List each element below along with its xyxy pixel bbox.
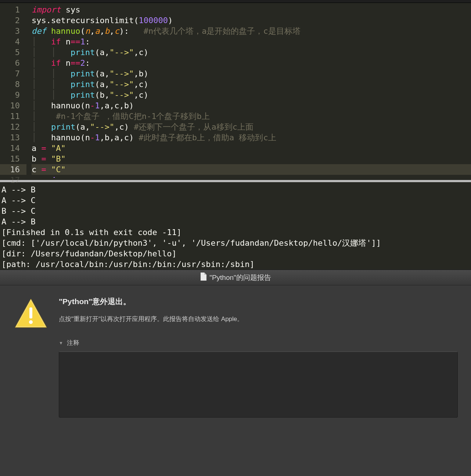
svg-rect-0 [29, 307, 32, 318]
code-line[interactable]: │ │ print(a,"-->",b) [32, 68, 471, 79]
line-number: 3 [0, 26, 26, 36]
code-line[interactable]: │ hannuo(n-1,b,a,c) #此时盘子都在b上，借助a 移动到c上 [32, 132, 471, 143]
code-line[interactable]: │ #n-1个盘子 ，借助C把n-1个盘子移到b上 [32, 111, 471, 122]
crash-heading: "Python"意外退出。 [59, 296, 458, 307]
line-number: 6 [0, 58, 26, 68]
annotation-toggle[interactable]: ▼ 注释 [59, 339, 458, 347]
code-line[interactable]: n = 4 [32, 175, 471, 178]
code-line[interactable]: b = "B" [32, 154, 471, 164]
line-number: 8 [0, 79, 26, 90]
code-line[interactable]: │ │ print(b,"-->",c) [32, 90, 471, 100]
code-line[interactable]: │ print(a,"-->",c) #还剩下一个盘子，从a移到c上面 [32, 122, 471, 132]
crash-report-dialog: "Python"的问题报告 "Python"意外退出。 点按"重新打开"以再次打… [0, 270, 471, 476]
line-number: 13 [0, 132, 26, 143]
build-output-panel[interactable]: A --> B A --> C B --> C A --> B [Finishe… [0, 182, 471, 270]
line-number: 14 [0, 143, 26, 154]
line-number: 11 [0, 111, 26, 122]
line-number: 15 [0, 154, 26, 164]
line-number: 16 [0, 164, 26, 175]
crash-dialog-titlebar[interactable]: "Python"的问题报告 [0, 270, 471, 285]
document-icon [200, 273, 206, 282]
code-line[interactable]: import sys [32, 4, 471, 15]
line-number: 5 [0, 47, 26, 58]
line-number: 1 [0, 4, 26, 15]
crash-dialog-body: "Python"意外退出。 点按"重新打开"以再次打开应用程序。此报告将自动发送… [0, 285, 471, 429]
warning-icon [13, 296, 48, 332]
disclosure-triangle-icon: ▼ [59, 340, 63, 346]
line-number: 4 [0, 36, 26, 47]
code-line[interactable]: a = "A" [32, 143, 471, 154]
annotation-label: 注释 [67, 339, 79, 347]
line-number: 17 [0, 175, 26, 185]
code-line[interactable]: def hannuo(n,a,b,c): #n代表几个塔，a是开始的盘子，c是目… [32, 26, 471, 36]
svg-point-1 [29, 320, 33, 324]
code-area[interactable]: import syssys.setrecursionlimit(100000)d… [26, 3, 471, 180]
code-editor[interactable]: 1234567891011121314151617 import syssys.… [0, 3, 471, 180]
code-line[interactable]: c = "C" [32, 164, 471, 175]
line-number: 10 [0, 100, 26, 111]
crash-dialog-title: "Python"的问题报告 [209, 273, 271, 282]
line-number-gutter: 1234567891011121314151617 [0, 3, 26, 180]
tab-bar[interactable] [0, 0, 471, 3]
annotation-textarea[interactable] [59, 351, 458, 418]
code-line[interactable]: │ │ print(a,"-->",c) [32, 79, 471, 90]
crash-description: 点按"重新打开"以再次打开应用程序。此报告将自动发送给 Apple。 [59, 315, 458, 323]
code-line[interactable]: │ │ print(a,"-->",c) [32, 47, 471, 58]
line-number: 9 [0, 90, 26, 100]
code-line[interactable]: │ if n==2: [32, 58, 471, 68]
code-line[interactable]: sys.setrecursionlimit(100000) [32, 15, 471, 26]
line-number: 7 [0, 68, 26, 79]
code-line[interactable]: │ if n==1: [32, 36, 471, 47]
code-line[interactable]: │ hannuo(n-1,a,c,b) [32, 100, 471, 111]
line-number: 12 [0, 122, 26, 132]
line-number: 2 [0, 15, 26, 26]
